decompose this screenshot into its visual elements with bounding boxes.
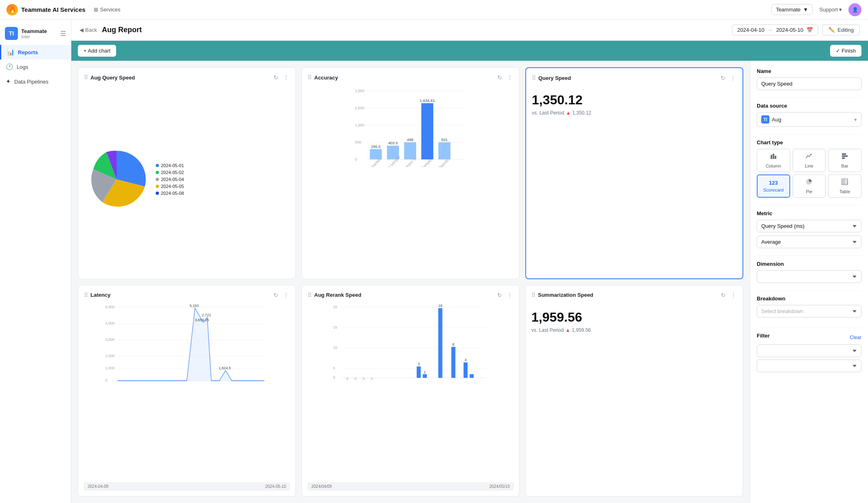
legend-dot-3 xyxy=(156,185,159,188)
legend-dot-0 xyxy=(156,164,159,167)
chart-type-line[interactable]: Line xyxy=(793,149,826,172)
add-chart-button[interactable]: + Add chart xyxy=(78,45,116,57)
filter-select-2[interactable] xyxy=(757,360,861,372)
compare-arrow: ▲ xyxy=(566,110,571,116)
dimension-label: Dimension xyxy=(757,261,861,267)
chart-header-pie: ⠿ Aug Query Speed ↻ ⋮ xyxy=(84,73,290,82)
breakdown-select[interactable]: Select breakdown xyxy=(757,305,861,318)
logs-icon: 🕐 xyxy=(6,63,13,71)
dimension-select[interactable] xyxy=(757,270,861,283)
svg-text:8: 8 xyxy=(452,342,454,346)
sidebar-item-data-pipelines[interactable]: ✦ Data Pipelines xyxy=(0,74,71,89)
avatar[interactable]: 👤 xyxy=(848,3,861,16)
more-button-summ[interactable]: ⋮ xyxy=(730,291,737,299)
more-button-pie[interactable]: ⋮ xyxy=(282,73,290,82)
metric-select[interactable]: Query Speed (ms) xyxy=(757,220,861,232)
svg-rect-56 xyxy=(417,366,421,378)
filter-select-1[interactable] xyxy=(757,344,861,357)
chart-title-summ: Summarization Speed xyxy=(538,292,718,298)
svg-text:5,000: 5,000 xyxy=(106,305,115,309)
services-button[interactable]: ⊞ Services xyxy=(94,7,121,13)
refresh-button-scorecard[interactable]: ↻ xyxy=(720,74,726,82)
svg-text:18: 18 xyxy=(438,304,442,308)
drag-handle-rerank[interactable]: ⠿ xyxy=(308,292,312,298)
filter-clear-link[interactable]: Clear xyxy=(850,335,861,340)
chart-type-column[interactable]: Column xyxy=(757,149,790,172)
report-header-left: ◀ Back Aug Report xyxy=(79,26,142,34)
top-nav: 🔥 Teammate AI Services ⊞ Services Teamma… xyxy=(0,0,868,20)
chart-type-table[interactable]: Table xyxy=(828,174,861,198)
drag-handle-scorecard[interactable]: ⠿ xyxy=(532,75,536,81)
rerank-chart-svg: 20 15 10 5 0 18 xyxy=(308,303,513,381)
refresh-button-pie[interactable]: ↻ xyxy=(273,73,279,82)
chart-actions: ↻ ⋮ xyxy=(273,73,290,82)
chart-actions-summ: ↻ ⋮ xyxy=(720,291,737,299)
aggregate-select[interactable]: Average xyxy=(757,236,861,248)
bar-label: Bar xyxy=(842,163,848,168)
svg-rect-67 xyxy=(771,155,772,159)
svg-text:2,000: 2,000 xyxy=(106,354,115,358)
toolbar: + Add chart ✓ Finish xyxy=(71,41,868,61)
more-button-scorecard[interactable]: ⋮ xyxy=(729,74,737,82)
chart-header-scorecard: ⠿ Query Speed ↻ ⋮ xyxy=(532,74,737,82)
drag-handle-summ[interactable]: ⠿ xyxy=(531,292,535,298)
more-button-bar[interactable]: ⋮ xyxy=(506,73,513,82)
summ-scorecard-compare: vs. Last Period ▲ 1,959.56 xyxy=(531,327,737,333)
date-range-picker[interactable]: 2024-04-10 → 2024-05-10 📅 xyxy=(732,24,818,35)
table-icon xyxy=(841,178,848,188)
sidebar-logo-text: Teammate Intel xyxy=(21,28,47,39)
divider-6 xyxy=(757,327,861,328)
refresh-button-latency[interactable]: ↻ xyxy=(273,291,279,299)
svg-text:0: 0 xyxy=(363,377,365,381)
svg-rect-68 xyxy=(773,154,774,159)
chart-type-label: Chart type xyxy=(757,139,861,146)
menu-icon[interactable]: ☰ xyxy=(60,30,66,38)
drag-handle-bar[interactable]: ⠿ xyxy=(308,74,312,81)
name-label: Name xyxy=(757,68,861,74)
breakdown-section: Breakdown Select breakdown xyxy=(757,296,861,320)
ds-chevron: ▾ xyxy=(854,117,857,123)
drag-handle-latency[interactable]: ⠿ xyxy=(84,292,88,298)
chart-accuracy: ⠿ Accuracy ↻ ⋮ 2,000 1,500 1,000 xyxy=(302,67,520,279)
chart-type-bar[interactable]: Bar xyxy=(828,149,861,172)
latency-range-bar[interactable]: 2024-04-09 2024-05-10 xyxy=(84,483,290,490)
more-button-rerank[interactable]: ⋮ xyxy=(506,291,513,299)
workspace-selector[interactable]: Teammate ▼ xyxy=(771,4,813,15)
svg-rect-71 xyxy=(842,155,848,157)
back-label: Back xyxy=(85,27,97,33)
chart-type-scorecard[interactable]: 123 Scorecard xyxy=(757,174,790,198)
finish-button[interactable]: ✓ Finish xyxy=(830,45,861,57)
rerank-range-start: 2024/04/09 xyxy=(311,484,332,489)
more-button-latency[interactable]: ⋮ xyxy=(282,291,290,299)
pie-legend: 2024-05-01 2024-05-02 2024-05-04 xyxy=(156,163,184,196)
drag-handle[interactable]: ⠿ xyxy=(84,74,88,81)
editing-button[interactable]: ✏️ Editing xyxy=(822,24,860,35)
sidebar-label-reports: Reports xyxy=(18,49,38,55)
rerank-range-bar[interactable]: 2024/04/09 2024/05/10 xyxy=(308,483,513,490)
svg-text:498: 498 xyxy=(407,137,414,142)
charts-grid: ⠿ Aug Query Speed ↻ ⋮ xyxy=(71,61,750,503)
legend-dot-1 xyxy=(156,171,159,174)
sidebar-item-logs[interactable]: 🕐 Logs xyxy=(0,60,71,74)
data-source-selector[interactable]: TI Aug ▾ xyxy=(757,112,861,127)
sidebar-item-reports[interactable]: 📊 Reports xyxy=(0,45,71,60)
legend-label-4: 2024-05-08 xyxy=(161,191,184,196)
support-button[interactable]: Support ▾ xyxy=(819,7,842,13)
divider-4 xyxy=(757,256,861,256)
summ-compare-value: 1,959.56 xyxy=(572,327,591,333)
refresh-button-bar[interactable]: ↻ xyxy=(496,73,503,82)
refresh-button-summ[interactable]: ↻ xyxy=(720,291,727,299)
name-input[interactable] xyxy=(757,77,861,90)
back-button[interactable]: ◀ Back xyxy=(79,27,97,33)
logo-icon: 🔥 xyxy=(7,4,18,15)
workspace-name: Teammate xyxy=(776,7,801,13)
legend-label-1: 2024-05-02 xyxy=(161,170,184,175)
column-icon xyxy=(770,152,777,162)
chart-type-pie[interactable]: Pie xyxy=(793,174,826,198)
svg-rect-70 xyxy=(842,153,846,155)
chart-title-pie: Aug Query Speed xyxy=(90,75,270,81)
bar-icon xyxy=(841,152,848,162)
svg-text:3,659.25: 3,659.25 xyxy=(195,318,209,322)
refresh-button-rerank[interactable]: ↻ xyxy=(496,291,503,299)
svg-rect-19 xyxy=(421,103,433,159)
